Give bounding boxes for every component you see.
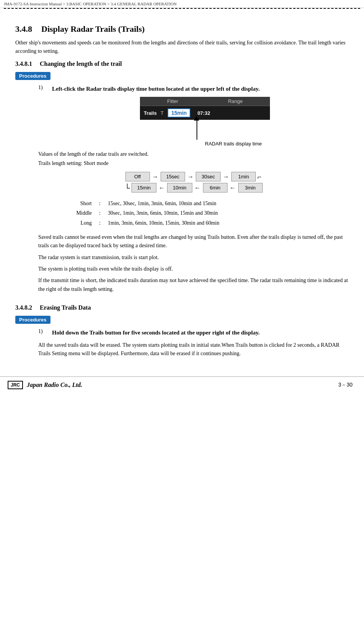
- step2: 1) Hold down the Trails button for five …: [38, 328, 349, 337]
- section-num: 3.4.8: [15, 24, 32, 34]
- filter-label: Filter: [167, 98, 178, 104]
- range-label: Range: [228, 98, 242, 104]
- section-intro: Other ship's movements and speeds can be…: [15, 39, 349, 56]
- flow-diagram: Off → 15sec → 30sec → 1min ⌐ └ 15min ← 1…: [38, 172, 349, 193]
- long-value: 1min, 3min, 6min, 10min, 15min, 30min an…: [108, 218, 219, 228]
- step1-text-content: Left-click the Radar trails display time…: [52, 86, 260, 92]
- settings-table: Short ： 15sec, 30sec, 1min, 3min, 6min, …: [61, 199, 349, 228]
- footer: JRC Japan Radio Co., Ltd. 3－30: [0, 376, 364, 393]
- radar-screen: Filter Range Trails T 15min 07:32: [140, 97, 270, 120]
- time-value: 07:32: [197, 110, 210, 116]
- company-name: Japan Radio Co., Ltd.: [27, 382, 82, 388]
- procedures-badge-2: Procedures: [15, 316, 50, 324]
- radar-main-row: Trails T 15min 07:32: [140, 106, 270, 120]
- page-number: 3－30: [338, 382, 353, 388]
- corner-right: ⌐: [257, 173, 262, 181]
- section-header: 3.4.8 Display Radar Trails (Trails): [15, 20, 349, 34]
- flow-row2-wrapper: └ 15min ← 10min ← 6min ← 3min: [124, 183, 262, 193]
- arrow-annotation: RADAR trails display time: [140, 120, 270, 147]
- middle-label: Middle: [61, 208, 92, 218]
- radar-top-row: Filter Range: [140, 97, 270, 106]
- radar-caption: RADAR trails display time: [205, 141, 262, 147]
- short-colon: ：: [97, 199, 102, 208]
- breadcrumb: JMA-9172-SA Instruction Manual > 3.BASIC…: [0, 0, 364, 8]
- short-value: 15sec, 30sec, 1min, 3min, 6min, 10min an…: [108, 199, 216, 208]
- subsection1-num: 3.4.8.1: [15, 60, 32, 67]
- flow-off: Off: [125, 172, 150, 181]
- subsection1-header: 3.4.8.1 Changing the length of the trail: [15, 60, 349, 67]
- mode-title: Trails length setting: Short mode: [38, 160, 349, 166]
- arrow-line: [197, 120, 197, 140]
- note-4: If the transmit time is short, the indic…: [38, 276, 349, 294]
- long-label: Long: [61, 218, 92, 228]
- step1-num: 1): [38, 85, 46, 91]
- corner-left: └: [124, 184, 130, 192]
- note-1: Saved trails cannot be erased even when …: [38, 233, 349, 250]
- radar-diagram: Filter Range Trails T 15min 07:32 RADAR …: [61, 97, 349, 147]
- subsection2-num: 3.4.8.2: [15, 304, 32, 311]
- step2-num: 1): [38, 328, 46, 334]
- flow-3min: 3min: [238, 183, 263, 193]
- flow-row1: Off → 15sec → 30sec → 1min ⌐: [125, 172, 262, 181]
- flow-arrow4: ←: [159, 184, 165, 191]
- footer-logo: JRC Japan Radio Co., Ltd.: [8, 381, 82, 389]
- subsection2-note: All the saved trails data will be erased…: [38, 341, 349, 358]
- subsection2-header: 3.4.8.2 Erasing Trails Data: [15, 304, 349, 311]
- switched-text: Values of the length of the radar trails…: [38, 151, 349, 157]
- step2-container: 1) Hold down the Trails button for five …: [38, 328, 349, 358]
- flow-arrow6: ←: [230, 184, 236, 191]
- flow-1min: 1min: [231, 172, 256, 181]
- step2-text: Hold down the Trails button for five sec…: [52, 328, 349, 337]
- main-content: 3.4.8 Display Radar Trails (Trails) Othe…: [0, 9, 364, 369]
- settings-short: Short ： 15sec, 30sec, 1min, 3min, 6min, …: [61, 199, 349, 208]
- step1: 1) Left-click the Radar trails display t…: [38, 85, 349, 93]
- middle-value: 30sec, 1min, 3min, 6min, 10min, 15min an…: [108, 208, 218, 218]
- subsection2-title: Erasing Trails Data: [40, 304, 91, 311]
- flow-arrow3: →: [223, 173, 229, 180]
- subsection1-title: Changing the length of the trail: [40, 60, 122, 67]
- jrc-logo: JRC: [8, 381, 23, 389]
- procedures-badge-1: Procedures: [15, 72, 50, 80]
- flow-10min: 10min: [167, 183, 192, 193]
- t-label: T: [161, 110, 164, 116]
- middle-colon: ：: [97, 208, 102, 218]
- flow-arrow1: →: [152, 173, 158, 180]
- breadcrumb-text: JMA-9172-SA Instruction Manual > 3.BASIC…: [4, 2, 177, 6]
- time-highlight: 15min: [167, 108, 190, 117]
- short-label: Short: [61, 199, 92, 208]
- flow-15sec: 15sec: [161, 172, 185, 181]
- step1-container: 1) Left-click the Radar trails display t…: [38, 85, 349, 294]
- settings-long: Long ： 1min, 3min, 6min, 10min, 15min, 3…: [61, 218, 349, 228]
- section-title: Display Radar Trails (Trails): [41, 24, 145, 34]
- flow-6min: 6min: [203, 183, 227, 193]
- flow-arrow5: ←: [195, 184, 201, 191]
- step1-text: Left-click the Radar trails display time…: [52, 85, 349, 93]
- settings-middle: Middle ： 30sec, 1min, 3min, 6min, 10min,…: [61, 208, 349, 218]
- flow-arrow2: →: [187, 173, 193, 180]
- flow-15min: 15min: [132, 183, 156, 193]
- flow-30sec: 30sec: [196, 172, 221, 181]
- trails-label: Trails: [144, 110, 157, 116]
- long-colon: ：: [97, 218, 102, 228]
- note-2: The radar system is start transmission, …: [38, 253, 349, 262]
- note-3: The system is plotting trails even while…: [38, 265, 349, 273]
